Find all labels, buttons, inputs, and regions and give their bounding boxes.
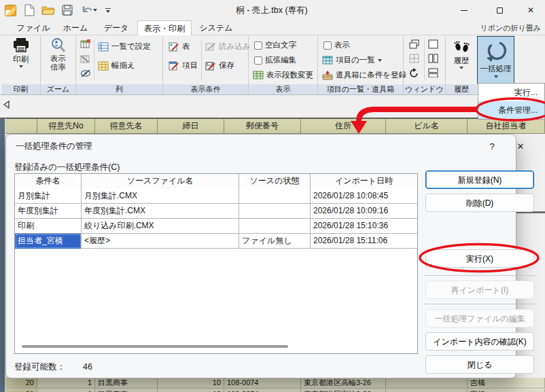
list-item[interactable]: 印刷 絞り込み印刷.CMX 2026/01/28 15:10:36 [15,219,417,234]
column-insert-button[interactable] [80,39,90,48]
list-header-status[interactable]: ソースの状態 [239,174,311,189]
divider [94,39,94,80]
register-capacity-value: 46 [83,362,92,372]
ribbon-collapse-button[interactable]: リボンの折り畳み [480,23,541,33]
dialog-help-button[interactable]: ? [483,138,501,154]
divider [201,39,202,80]
document-tab-strip: 売上.tbx (専有) [0,95,545,118]
selected-cell[interactable]: 担当者_宮橋 [15,234,82,249]
ribbon-group-display: 空白文字 拡張編集 表示段数変更 表示 [249,36,318,94]
save-icon[interactable] [60,3,75,18]
hide-column-button[interactable] [80,69,91,77]
save-condition-button[interactable]: 保存 [205,60,234,71]
run-button[interactable]: 実行(X) [425,249,534,268]
window-vsplit-button[interactable] [428,54,438,63]
zoom-scale-button[interactable]: 表示倍率 [42,37,74,82]
group-label-display: 表示 [249,84,317,94]
close-button[interactable]: ✕ [515,0,545,20]
column-header-building[interactable]: ビル名 [386,119,468,134]
tab-view-print[interactable]: 表示・印刷 [137,20,192,35]
print-dropdown-caret [19,65,23,68]
row-number-cell[interactable]: 21 [5,389,37,392]
cell-customer-name[interactable]: 目黒商事 [95,378,158,389]
window-cascade-button[interactable] [409,39,420,49]
close-dialog-button[interactable]: 閉じる [425,355,534,374]
list-header-imported[interactable]: インポート日時 [311,174,417,189]
undo-dropdown-caret[interactable] [93,9,97,12]
list-item[interactable]: 月別集計 月別集計.CMX 2026/01/28 10:08:45 [15,189,417,204]
blank-char-checkbox[interactable]: 空白文字 [254,40,296,50]
maximize-button[interactable] [484,0,515,20]
item-list-show-checkbox[interactable]: 表示 [323,40,350,50]
window-blank-icon [428,39,438,49]
cell-zip[interactable]: 108-0074 [224,378,301,389]
column-header-zip[interactable]: 郵便番号 [224,119,301,134]
menu-item-run[interactable]: 実行... [478,84,544,101]
column-header-customer-name[interactable]: 得意先名 [95,119,158,134]
confirm-import-button[interactable]: インポート内容の確認(K) [425,332,534,351]
row-count-button[interactable]: 表示段数変更 [253,70,313,80]
tab-file[interactable]: ファイル [14,20,53,35]
cell-staff[interactable]: 宮橋 [468,389,545,392]
batch-process-button[interactable]: 一括処理 [477,36,514,84]
window-new-button[interactable] [428,39,438,49]
refresh-button[interactable] [409,68,419,78]
extended-edit-checkbox[interactable]: 拡張編集 [254,55,296,65]
list-item[interactable]: 年度別集計 年度別集計.CMX 2026/01/28 10:09:16 [15,204,417,219]
item-condition-button[interactable]: 項目 [169,60,198,71]
print-button[interactable]: 印刷 [3,37,39,82]
item-list-button[interactable]: 項目の一覧 [322,55,382,65]
new-register-button[interactable]: 新規登録(N) [425,171,534,189]
column-header-staff[interactable]: 自社担当者 [468,119,545,134]
ribbon-group-item-list: 表示 項目の一覧 道具箱に条件を登録 項目の一覧・道具箱 [318,36,404,94]
divider [424,304,535,304]
open-folder-icon[interactable] [41,3,56,18]
list-header-name[interactable]: 条件名 [15,174,82,189]
cell-closing-day[interactable]: 10 [158,378,224,389]
save-cond-icon [205,60,216,71]
column-header-rownum[interactable] [5,119,37,134]
cell-staff[interactable]: 吉橋 [468,378,545,389]
printer-icon [12,37,30,54]
app-logo[interactable] [3,3,18,18]
list-header-source[interactable]: ソースファイル名 [82,174,239,189]
column-header-address[interactable]: 住所 [301,119,386,134]
toolbar-options-icon[interactable] [103,3,113,18]
load-condition-button[interactable]: 読み込み [205,41,251,52]
vertical-scrollbar[interactable] [0,118,5,392]
cell-building[interactable] [386,389,468,392]
window-hsplit-button[interactable] [428,68,438,77]
row-number-cell[interactable]: 20 [5,378,37,389]
cell-customer-no[interactable]: 1 [37,389,95,392]
register-toolbox-button[interactable]: 道具箱に条件を登録 [322,70,406,80]
horizontal-scrollbar[interactable] [22,345,288,348]
new-document-icon[interactable] [22,3,37,18]
width-align-button[interactable]: 幅揃え [98,60,135,71]
delete-button[interactable]: 削除(D) [425,194,534,212]
window-tile-button[interactable] [409,54,420,63]
cell-customer-name[interactable]: 目黒商事 [95,389,158,392]
nav-left-icon[interactable] [2,100,10,112]
tab-home[interactable]: ホーム [57,20,94,35]
history-button[interactable]: 履歴 [447,37,476,82]
column-delete-icon [80,54,90,63]
cell-closing-day[interactable]: 10 [158,389,224,392]
dialog-close-button[interactable]: ✕ [512,138,529,154]
cell-zip[interactable]: 108-0074 [224,389,301,392]
cell-building[interactable] [386,378,468,389]
tab-system[interactable]: システム [196,20,236,35]
undo-button[interactable] [79,3,99,18]
column-delete-button[interactable] [80,54,90,63]
set-by-list-button[interactable]: 一覧で設定 [98,41,151,52]
menu-item-condition-manage[interactable]: 条件管理... [478,101,544,119]
list-item-selected[interactable]: 担当者_宮橋 <履歴> ファイル無し 2026/01/28 15:11:06 [15,234,417,249]
grid-set-icon [98,42,109,52]
cell-customer-no[interactable]: 1 [37,378,95,389]
cell-address[interactable]: 東京都港区高輪3-26 [301,378,386,389]
column-header-customer-no[interactable]: 得意先No [37,119,95,134]
minimize-button[interactable] [449,0,480,20]
tab-data[interactable]: データ [98,20,135,35]
table-condition-button[interactable]: 表 [169,41,190,52]
column-header-closing-day[interactable]: 締日 [158,119,224,134]
cell-address[interactable]: 東京都港区高輪3-26 [301,389,386,392]
